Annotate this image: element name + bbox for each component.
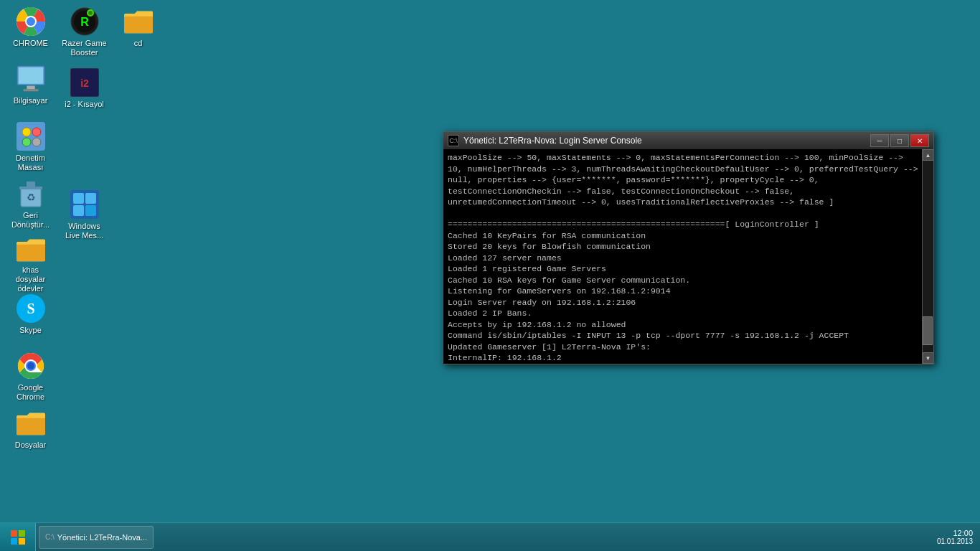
svg-point-12	[32, 138, 41, 146]
desktop-icon-skype[interactable]: S Skype	[4, 291, 57, 348]
recycle-label: Geri Dönüştür...	[7, 211, 54, 230]
folder-cd-icon	[124, 7, 153, 36]
taskbar-cmd-item[interactable]: C:\ Yönetici: L2TeRra-Nova...	[39, 526, 154, 549]
cmd-title-icon: C:\	[448, 135, 459, 146]
svg-text:S: S	[27, 301, 34, 316]
svg-rect-7	[23, 89, 38, 91]
svg-rect-34	[85, 205, 96, 216]
desktop-icon-bilgisayar[interactable]: Bilgisayar	[4, 61, 57, 118]
desktop-icon-khas[interactable]: khas dosyalar ödevler	[4, 233, 57, 291]
desktop-icon-winlive[interactable]: Windows Live Mes...	[57, 187, 111, 244]
taskbar-time: 12:00 01.01.2013	[930, 529, 980, 545]
desktop-icon-recycle[interactable]: ♻ Geri Dönüştür...	[4, 176, 57, 233]
razer-icon: R	[70, 7, 99, 36]
svg-text:♻: ♻	[26, 192, 35, 203]
denetim-label: Denetim Masası	[7, 154, 54, 172]
cmd-controls: ─ □ ✕	[870, 134, 929, 147]
cmd-minimize-btn[interactable]: ─	[870, 134, 889, 147]
svg-rect-32	[85, 193, 96, 204]
winlive-label: Windows Live Mes...	[61, 222, 108, 240]
taskbar-items: C:\ Yönetici: L2TeRra-Nova...	[36, 526, 930, 549]
svg-rect-8	[17, 122, 45, 151]
svg-text:R: R	[80, 16, 89, 28]
svg-rect-31	[73, 193, 84, 204]
cmd-titlebar[interactable]: C:\ Yönetici: L2TeRra-Nova: Login Server…	[443, 132, 933, 149]
folder-khas-icon	[17, 237, 45, 263]
folder-dosyalar-icon	[17, 409, 45, 438]
cmd-title-text: Yönetici: L2TeRra-Nova: Login Server Con…	[463, 136, 870, 146]
cmd-window: C:\ Yönetici: L2TeRra-Nova: Login Server…	[443, 131, 934, 364]
cd-label: cd	[134, 39, 143, 48]
desktop-icon-google-chrome[interactable]: Google Chrome	[4, 348, 57, 405]
desktop-icon-dosyalar[interactable]: Dosyalar	[4, 405, 57, 463]
chrome-label: CHROME	[13, 39, 48, 48]
dosyalar-label: Dosyalar	[15, 441, 46, 450]
bilgisayar-label: Bilgisayar	[14, 96, 48, 105]
controlpanel-icon	[17, 122, 45, 151]
svg-point-9	[22, 128, 31, 136]
svg-rect-37	[11, 538, 17, 545]
desktop-icon-cd[interactable]: cd	[111, 4, 165, 61]
razer-label: Razer Game Booster	[61, 39, 108, 57]
khas-label: khas dosyalar ödevler	[7, 265, 54, 294]
svg-rect-35	[11, 530, 17, 537]
cmd-content-area: maxPoolSize --> 50, maxStatements --> 0,…	[443, 149, 933, 364]
start-button[interactable]	[0, 523, 36, 552]
svg-rect-6	[27, 86, 34, 90]
desktop-icon-i2[interactable]: i2 i2 - Kısayol	[57, 65, 111, 122]
scrollbar-down-arrow[interactable]: ▼	[923, 352, 934, 364]
winlive-icon	[70, 190, 99, 219]
google-chrome-icon	[17, 352, 45, 380]
i2-label: i2 - Kısayol	[65, 100, 103, 109]
desktop-icon-denetim[interactable]: Denetim Masası	[4, 118, 57, 176]
svg-point-11	[22, 138, 31, 146]
scrollbar-thumb[interactable]	[923, 316, 933, 345]
recycle-icon: ♻	[17, 179, 45, 208]
svg-rect-5	[18, 67, 42, 84]
desktop: CHROME Bilgisayar	[0, 0, 980, 551]
svg-rect-36	[19, 530, 25, 537]
google-chrome-label: Google Chrome	[7, 383, 54, 402]
skype-label: Skype	[19, 326, 42, 335]
scrollbar-track[interactable]	[923, 161, 933, 352]
cmd-content: maxPoolSize --> 50, maxStatements --> 0,…	[443, 149, 922, 364]
svg-rect-38	[19, 538, 25, 545]
svg-rect-15	[27, 182, 35, 187]
taskbar: C:\ Yönetici: L2TeRra-Nova... 12:00 01.0…	[0, 522, 980, 551]
svg-point-22	[27, 362, 34, 369]
svg-text:i2: i2	[80, 77, 89, 89]
desktop-icon-chrome[interactable]: CHROME	[4, 4, 57, 61]
cmd-maximize-btn[interactable]: □	[890, 134, 909, 147]
chrome-icon	[17, 7, 45, 36]
skype-icon: S	[17, 294, 45, 323]
computer-icon	[17, 65, 45, 93]
i2-icon: i2	[70, 68, 99, 97]
svg-rect-33	[73, 205, 84, 216]
svg-point-3	[27, 17, 35, 26]
svg-point-27	[88, 11, 93, 15]
svg-point-10	[32, 128, 41, 136]
cmd-close-btn[interactable]: ✕	[910, 134, 929, 147]
cmd-scrollbar[interactable]: ▲ ▼	[922, 149, 933, 364]
scrollbar-up-arrow[interactable]: ▲	[923, 149, 934, 161]
desktop-icon-razer[interactable]: R Razer Game Booster	[57, 4, 111, 61]
